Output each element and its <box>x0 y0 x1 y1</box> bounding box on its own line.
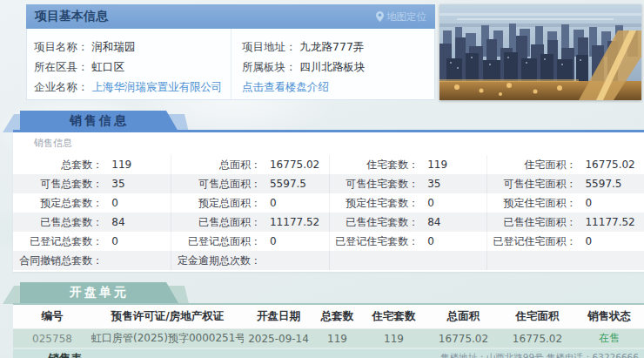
sales-label: 定金逾期总次数： <box>171 253 261 268</box>
sales-info-panel: 销售信息 总套数：119 总面积：16775.02 住宅套数：119 住宅面积：… <box>13 132 644 272</box>
sales-value: 0 <box>103 235 118 247</box>
col-total-area: 总面积 <box>426 305 500 328</box>
field-value: 润和瑞园 <box>91 40 135 53</box>
sales-value: 0 <box>261 197 277 209</box>
sales-cell: 预定住宅套数：0 <box>329 193 486 213</box>
sales-row-registered: 已登记总套数：0 已登记总面积：0 已登记住宅套数：0 已登记住宅面积：0 <box>13 232 644 251</box>
sales-value: 5597.5 <box>261 178 306 190</box>
sales-info-tab: 销售信息 <box>13 111 180 132</box>
basic-info-left-column: 项目名称： 润和瑞园 所在区县： 虹口区 企业名称： 上海华润瑞宸置业有限公司 <box>27 29 231 99</box>
sales-label: 预定总面积： <box>171 196 261 211</box>
sales-cell: 可售总套数：35 <box>13 174 171 193</box>
sales-value: 84 <box>419 216 440 228</box>
sales-label: 已售总面积： <box>171 215 261 230</box>
sales-cell: 定金逾期总次数： <box>171 251 328 270</box>
field-label: 项目地址： <box>242 40 297 53</box>
sales-value: 0 <box>103 197 118 209</box>
cell-license: 虹口房管(2025)预字0000251号 <box>91 328 244 348</box>
intro-link[interactable]: 点击查看楼盘介绍 <box>242 80 329 93</box>
sales-cell: 已售住宅套数：84 <box>329 213 486 232</box>
sales-value: 0 <box>419 235 434 247</box>
cell-id: 025758 <box>13 328 91 348</box>
skyline-image <box>439 4 641 100</box>
opening-units-table: 编号 预售许可证/房地产权证 开盘日期 总套数 住宅套数 总面积 住宅面积 销售… <box>13 305 644 348</box>
sales-value: 11177.52 <box>576 216 634 228</box>
sales-label: 可售总面积： <box>171 177 261 192</box>
sales-label: 住宅面积： <box>487 158 577 172</box>
tab-front-shape: 销售信息 <box>20 111 178 132</box>
sales-label: 已登记住宅套数： <box>330 234 419 249</box>
sales-cell: 预定总套数：0 <box>13 193 171 213</box>
sales-label: 已售总套数： <box>13 215 103 230</box>
sales-value: 35 <box>419 178 440 190</box>
field-value: 虹口区 <box>91 60 124 73</box>
field-label: 企业名称： <box>34 80 89 93</box>
table-header-row: 编号 预售许可证/房地产权证 开盘日期 总套数 住宅套数 总面积 住宅面积 销售… <box>13 305 644 328</box>
sales-cell: 总面积：16775.02 <box>171 155 328 174</box>
col-id: 编号 <box>13 305 91 328</box>
cell-total-units: 119 <box>313 328 361 348</box>
cell-total-area: 16775.02 <box>426 328 500 348</box>
sales-row-sold: 已售总套数：84 已售总面积：11177.52 已售住宅套数：84 已售住宅面积… <box>13 213 644 232</box>
sales-label: 可售总套数： <box>13 177 103 192</box>
tab-front-shape: 开盘单元 <box>20 282 178 303</box>
footer-sales-table-label: 销售表 <box>48 351 82 358</box>
sales-label: 总套数： <box>13 158 103 172</box>
table-row[interactable]: 025758 虹口房管(2025)预字0000251号 2025-09-14 1… <box>13 328 644 348</box>
sales-label: 预定住宅套数： <box>330 196 419 211</box>
sales-cell: 已登记总面积：0 <box>171 232 328 251</box>
sales-value: 16775.02 <box>261 159 319 171</box>
basic-info-header: 项目基本信息 地图定位 <box>26 4 435 29</box>
sales-label: 可售住宅面积： <box>487 177 577 192</box>
sales-label: 已售住宅套数： <box>330 215 419 230</box>
col-residential-units: 住宅套数 <box>361 305 426 328</box>
cell-date: 2025-09-14 <box>244 328 313 348</box>
company-link[interactable]: 上海华润瑞宸置业有限公司 <box>91 80 222 93</box>
sales-cell: 已售总面积：11177.52 <box>171 213 328 232</box>
sales-label: 已登记总套数： <box>13 234 103 249</box>
opening-units-panel: 编号 预售许可证/房地产权证 开盘日期 总套数 住宅套数 总面积 住宅面积 销售… <box>13 305 644 348</box>
sales-cell: 已登记住宅套数：0 <box>329 232 486 251</box>
field-address: 项目地址： 九龙路777弄 <box>242 37 434 57</box>
basic-info-right-column: 项目地址： 九龙路777弄 所属板块： 四川北路板块 点击查看楼盘介绍 <box>231 29 434 99</box>
sales-value: 0 <box>261 235 277 247</box>
field-company: 企业名称： 上海华润瑞宸置业有限公司 <box>34 77 231 97</box>
sales-cell: 已登记总套数：0 <box>13 232 171 251</box>
sales-value: 84 <box>103 216 124 228</box>
cell-residential-units: 119 <box>361 328 426 348</box>
map-locate-link[interactable]: 地图定位 <box>376 10 426 24</box>
project-photo <box>439 4 641 100</box>
sales-value: 0 <box>576 197 592 209</box>
sales-label: 已售住宅面积： <box>487 215 577 230</box>
sales-cell: 总套数：119 <box>13 155 171 174</box>
sales-label: 预定总套数： <box>13 196 103 211</box>
sales-cell: 预定总面积：0 <box>171 193 328 213</box>
sales-label: 预定住宅面积： <box>487 196 577 211</box>
sales-value: 119 <box>419 159 447 171</box>
sales-value: 5597.5 <box>576 178 621 190</box>
sales-cell: 预定住宅面积：0 <box>486 193 644 213</box>
sales-value: 0 <box>419 197 434 209</box>
sales-value: 35 <box>103 178 124 190</box>
field-label: 所在区县： <box>34 60 89 73</box>
field-value: 九龙路777弄 <box>299 40 364 53</box>
project-info-page: 项目基本信息 地图定位 项目名称： 润和瑞园 所在区县： 虹口区 企业名称： 上… <box>0 0 644 358</box>
sales-cell <box>486 251 644 270</box>
basic-info-title: 项目基本信息 <box>35 9 108 24</box>
sales-cell: 住宅面积：16775.02 <box>486 155 644 174</box>
cell-residential-area: 16775.02 <box>500 328 574 348</box>
field-label: 所属板块： <box>242 60 297 73</box>
map-locate-label: 地图定位 <box>386 10 426 24</box>
field-value: 四川北路板块 <box>299 60 365 73</box>
sales-cell: 合同撤销总套数： <box>13 251 171 270</box>
field-intro: 点击查看楼盘介绍 <box>242 77 434 97</box>
sales-cell: 可售总面积：5597.5 <box>171 174 328 193</box>
col-status: 销售状态 <box>574 305 644 328</box>
footer-contact-info: 售楼地址：山西北路99号 售楼电话：63226666 <box>440 352 639 358</box>
opening-units-tab-label: 开盘单元 <box>70 285 129 301</box>
sales-label: 已登记总面积： <box>171 234 261 249</box>
opening-units-tab: 开盘单元 <box>13 282 180 303</box>
status-badge: 在售 <box>574 328 644 348</box>
field-block: 所属板块： 四川北路板块 <box>242 57 434 77</box>
sales-row-available: 可售总套数：35 可售总面积：5597.5 可售住宅套数：35 可售住宅面积：5… <box>13 174 644 193</box>
